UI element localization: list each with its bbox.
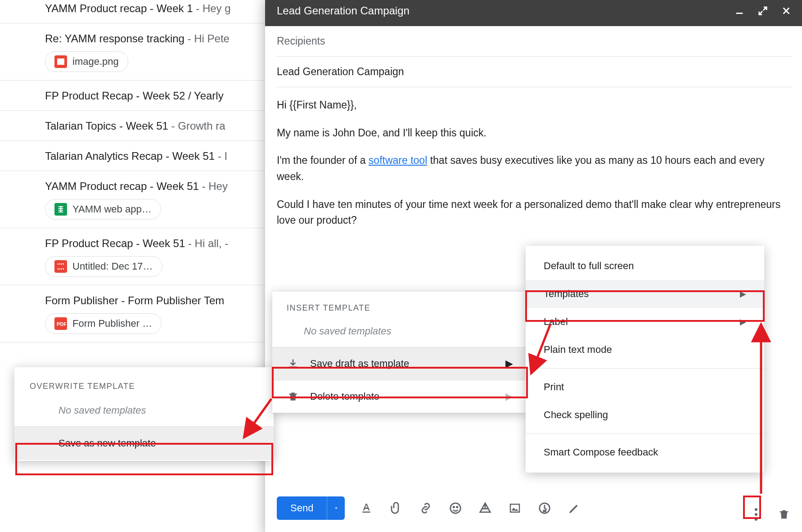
overwrite-template-header: OVERWRITE TEMPLATE [14, 367, 274, 398]
no-saved-templates-label: No saved templates [272, 319, 527, 347]
email-snippet: - Hey g [193, 2, 231, 14]
svg-point-5 [457, 506, 458, 508]
email-subject: YAMM Product recap - Week 1 [45, 2, 193, 14]
email-snippet: - Hey [199, 180, 228, 192]
compose-title: Lead Generation Campaign [277, 5, 410, 17]
trash-icon [287, 390, 299, 403]
expand-icon[interactable] [758, 6, 768, 16]
send-button[interactable]: Send [277, 496, 345, 520]
compose-body-text[interactable]: Hi {{First Name}}, My name is John Doe, … [277, 87, 791, 229]
delete-template-label: Delete template [310, 391, 379, 402]
svg-point-7 [755, 508, 757, 511]
chevron-right-icon: ▶ [740, 317, 746, 327]
minimize-icon[interactable] [734, 6, 744, 16]
email-row[interactable]: YAMM Product recap - Week 51 - Hey YAMM … [0, 171, 266, 228]
email-subject: Talarian Topics - Week 51 [45, 120, 168, 132]
video-icon [54, 260, 67, 273]
menu-item-label[interactable]: Label▶ [526, 308, 764, 336]
email-snippet: - Hi all, - [185, 237, 228, 249]
insert-template-header: INSERT TEMPLATE [272, 292, 527, 319]
menu-item-label: Smart Compose feedback [544, 446, 658, 458]
download-icon [287, 357, 299, 370]
email-row[interactable]: Form Publisher - Form Publisher Tem PDF … [0, 285, 266, 343]
menu-item-default-to-full-screen[interactable]: Default to full screen [526, 252, 764, 280]
menu-item-label: Check spelling [544, 409, 608, 421]
email-subject: Talarian Analytics Recap - Week 51 [45, 150, 215, 162]
email-snippet: - Hi Pete [185, 32, 230, 45]
send-options-dropdown[interactable] [327, 496, 345, 520]
attachment-label: Form Publisher … [72, 318, 152, 329]
email-row[interactable]: Talarian Topics - Week 51 - Growth ra [0, 111, 266, 141]
subject-field[interactable]: Lead Generation Campaign [277, 57, 791, 87]
drive-icon[interactable] [478, 501, 492, 515]
templates-submenu: INSERT TEMPLATE No saved templates Save … [272, 292, 527, 413]
delete-template-item[interactable]: Delete template ▶ [272, 380, 527, 413]
save-draft-as-template-item[interactable]: Save draft as template ▶ [272, 347, 527, 380]
sheets-icon [54, 203, 67, 216]
body-intro: My name is John Doe, and I'll keep this … [277, 127, 487, 139]
link-icon[interactable] [419, 501, 433, 515]
menu-item-label: Plain text mode [544, 344, 612, 356]
overwrite-no-saved-label: No saved templates [14, 398, 274, 426]
attachment-chip[interactable]: PDF Form Publisher … [45, 313, 162, 334]
menu-item-label: Templates [544, 288, 589, 300]
format-icon[interactable] [359, 501, 374, 515]
confidential-icon[interactable] [537, 501, 552, 515]
more-options-menu: Default to full screenTemplates▶Label▶Pl… [526, 246, 764, 473]
attachment-chip[interactable]: YAMM web app… [45, 199, 161, 220]
email-snippet: - Growth ra [168, 120, 225, 132]
email-row[interactable]: YAMM Product recap - Week 1 - Hey g [0, 0, 266, 23]
attachment-label: image.png [72, 56, 119, 68]
image-icon [54, 55, 67, 68]
pen-icon[interactable] [567, 501, 581, 515]
menu-item-templates[interactable]: Templates▶ [526, 280, 764, 308]
body-ask: Could I have ten minutes of your time ne… [277, 198, 780, 226]
svg-point-4 [453, 506, 455, 508]
attachment-chip[interactable]: image.png [45, 51, 128, 72]
email-row[interactable]: FP Product Recap - Week 51 - Hi all, - U… [0, 228, 266, 285]
email-subject: YAMM Product recap - Week 51 [45, 180, 199, 192]
email-row[interactable]: Re: YAMM response tracking - Hi Pete ima… [0, 23, 266, 81]
recipients-field[interactable]: Recipients [277, 26, 791, 57]
attach-icon[interactable] [389, 501, 403, 515]
menu-item-smart-compose-feedback[interactable]: Smart Compose feedback [526, 438, 764, 466]
svg-point-8 [755, 513, 757, 516]
overwrite-template-submenu: OVERWRITE TEMPLATE No saved templates Sa… [14, 367, 274, 461]
attachment-label: Untitled: Dec 17… [72, 261, 153, 272]
more-options-icon[interactable] [749, 507, 763, 522]
email-subject: FP Product Recap - Week 52 / Yearly [45, 90, 224, 102]
menu-item-label: Print [544, 381, 564, 393]
close-icon[interactable] [781, 6, 791, 16]
email-row[interactable]: FP Product Recap - Week 52 / Yearly [0, 81, 266, 111]
body-frag-a: I'm the founder of a [277, 154, 369, 166]
compose-header: Lead Generation Campaign [265, 0, 802, 26]
svg-point-3 [451, 503, 461, 514]
chevron-right-icon: ▶ [505, 358, 513, 370]
send-button-label: Send [277, 496, 327, 520]
chevron-right-icon: ▶ [740, 289, 746, 299]
menu-item-print[interactable]: Print [526, 373, 764, 401]
email-subject: Re: YAMM response tracking [45, 32, 185, 45]
body-greeting: Hi {{First Name}}, [277, 99, 357, 111]
photo-icon[interactable] [508, 501, 522, 515]
pdf-icon: PDF [54, 317, 67, 330]
email-snippet: - I [215, 150, 227, 162]
save-as-new-template-item[interactable]: Save as new template [14, 426, 274, 460]
menu-item-plain-text-mode[interactable]: Plain text mode [526, 336, 764, 364]
svg-point-0 [59, 60, 60, 61]
save-draft-label: Save draft as template [310, 358, 409, 370]
menu-item-check-spelling[interactable]: Check spelling [526, 401, 764, 429]
attachment-chip[interactable]: Untitled: Dec 17… [45, 256, 162, 277]
emoji-icon[interactable] [448, 501, 463, 515]
menu-item-label: Default to full screen [544, 260, 634, 272]
software-tool-link[interactable]: software tool [369, 154, 427, 166]
svg-point-9 [755, 518, 757, 521]
chevron-right-icon: ▶ [505, 391, 513, 402]
email-subject: Form Publisher - Form Publisher Tem [45, 294, 224, 307]
compose-toolbar: Send [277, 495, 791, 522]
svg-text:PDF: PDF [57, 321, 66, 327]
trash-icon[interactable] [777, 507, 791, 522]
email-subject: FP Product Recap - Week 51 [45, 237, 185, 249]
menu-item-label: Label [544, 316, 568, 328]
email-row[interactable]: Talarian Analytics Recap - Week 51 - I [0, 141, 266, 171]
